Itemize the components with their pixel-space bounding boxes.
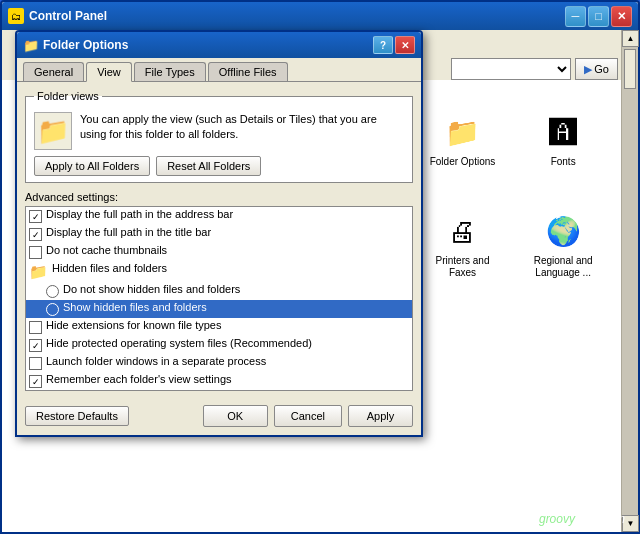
dialog-titlebar: 📁 Folder Options ? ✕: [17, 32, 421, 58]
radio-show-hidden[interactable]: [46, 303, 59, 316]
cp-icon-printers[interactable]: 🖨 Printers andFaxes: [415, 195, 511, 295]
folder-icon-box: 📁: [34, 112, 72, 150]
list-item: Do not cache thumbnails: [26, 243, 412, 261]
cancel-button[interactable]: Cancel: [274, 405, 342, 427]
cp-address-select[interactable]: [451, 58, 571, 80]
list-item-folder-group: 📁 Hidden files and folders: [26, 261, 412, 282]
cp-title: Control Panel: [29, 9, 565, 23]
list-item: Launch folder windows in a separate proc…: [26, 354, 412, 372]
cp-maximize-button[interactable]: □: [588, 6, 609, 27]
advanced-settings-label: Advanced settings:: [25, 191, 413, 203]
checkbox-remember-views[interactable]: [29, 375, 42, 388]
checkbox-no-cache-thumbnails[interactable]: [29, 246, 42, 259]
checkbox-separate-process[interactable]: [29, 357, 42, 370]
watermark: groovyPost.com: [539, 512, 625, 526]
printers-icon: 🖨: [442, 211, 482, 251]
fonts-icon: 🅰: [543, 112, 583, 152]
cp-scroll-thumb[interactable]: [624, 49, 636, 89]
tab-view[interactable]: View: [86, 62, 132, 82]
list-item-selected: Show hidden files and folders: [26, 300, 412, 318]
cp-scroll-track: [622, 47, 638, 515]
dialog-footer: Restore Defaults OK Cancel Apply: [17, 399, 421, 435]
tab-general[interactable]: General: [23, 62, 84, 81]
folder-group-icon: 📁: [29, 263, 48, 281]
checkbox-full-path-title[interactable]: [29, 228, 42, 241]
list-item: Display the full path in the address bar: [26, 207, 412, 225]
ok-button[interactable]: OK: [203, 405, 268, 427]
cp-icon-folder-options[interactable]: 📁 Folder Options: [415, 90, 511, 190]
checkbox-hide-protected[interactable]: [29, 339, 42, 352]
dialog-window-buttons: ? ✕: [373, 36, 415, 54]
dialog-help-button[interactable]: ?: [373, 36, 393, 54]
apply-button[interactable]: Apply: [348, 405, 413, 427]
folder-views-content: 📁 You can apply the view (such as Detail…: [34, 112, 404, 150]
tab-offline-files[interactable]: Offline Files: [208, 62, 288, 81]
watermark-prefix: groovy: [539, 512, 575, 526]
go-label: Go: [594, 63, 609, 75]
list-item: Do not show hidden files and folders: [26, 282, 412, 300]
folder-views-section: Folder views 📁 You can apply the view (s…: [25, 90, 413, 183]
list-item: Hide protected operating system files (R…: [26, 336, 412, 354]
cp-toolbar: ▶ Go: [451, 58, 618, 80]
cp-titlebar: 🗂 Control Panel ─ □ ✕: [2, 2, 638, 30]
cp-icon-regional[interactable]: 🌍 Regional andLanguage ...: [515, 195, 611, 295]
dialog-tabs: General View File Types Offline Files: [17, 58, 421, 81]
go-arrow-icon: ▶: [584, 63, 592, 76]
folder-options-dialog: 📁 Folder Options ? ✕ General View File T…: [15, 30, 423, 437]
cp-go-button[interactable]: ▶ Go: [575, 58, 618, 80]
cp-scrollbar[interactable]: ▲ ▼: [621, 30, 638, 532]
list-item: Display the full path in the title bar: [26, 225, 412, 243]
folder-views-legend: Folder views: [34, 90, 102, 102]
folder-views-buttons: Apply to All Folders Reset All Folders: [34, 156, 404, 176]
dialog-title: Folder Options: [43, 38, 373, 52]
cp-icon-fonts[interactable]: 🅰 Fonts: [515, 90, 611, 190]
watermark-suffix: Post.com: [575, 512, 625, 526]
cp-scroll-up[interactable]: ▲: [622, 30, 639, 47]
folder-views-description: You can apply the view (such as Details …: [80, 112, 404, 143]
cp-icon: 🗂: [8, 8, 24, 24]
dialog-body: Folder views 📁 You can apply the view (s…: [17, 81, 421, 399]
reset-all-button[interactable]: Reset All Folders: [156, 156, 261, 176]
restore-defaults-button[interactable]: Restore Defaults: [25, 406, 129, 426]
cp-window-buttons: ─ □ ✕: [565, 6, 632, 27]
checkbox-hide-extensions[interactable]: [29, 321, 42, 334]
checkbox-full-path-address[interactable]: [29, 210, 42, 223]
advanced-settings-list[interactable]: Display the full path in the address bar…: [25, 206, 413, 391]
cp-minimize-button[interactable]: ─: [565, 6, 586, 27]
apply-to-all-button[interactable]: Apply to All Folders: [34, 156, 150, 176]
dialog-close-button[interactable]: ✕: [395, 36, 415, 54]
regional-icon: 🌍: [543, 211, 583, 251]
list-item: Hide extensions for known file types: [26, 318, 412, 336]
radio-no-hidden[interactable]: [46, 285, 59, 298]
cp-close-button[interactable]: ✕: [611, 6, 632, 27]
dialog-action-buttons: OK Cancel Apply: [203, 405, 413, 427]
tab-file-types[interactable]: File Types: [134, 62, 206, 81]
folder-options-icon: 📁: [442, 112, 482, 152]
list-item: Remember each folder's view settings: [26, 372, 412, 390]
list-item: Restore previous folder windows at logon: [26, 390, 412, 391]
